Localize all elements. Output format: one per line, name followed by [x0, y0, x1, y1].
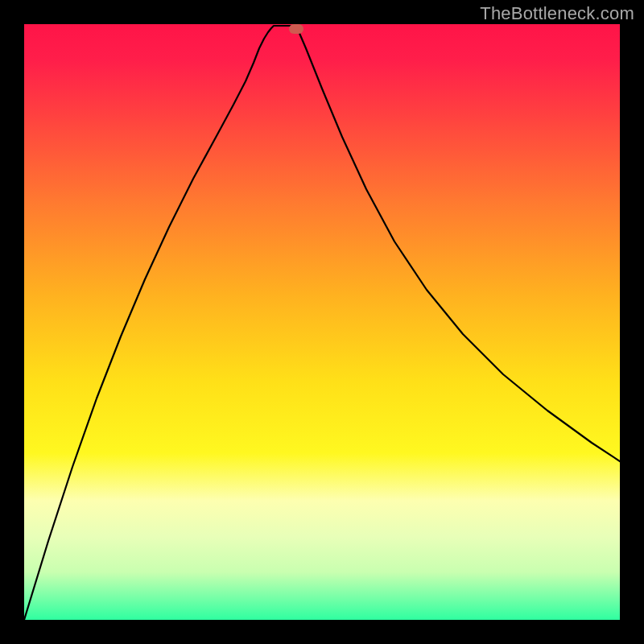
chart-frame: TheBottleneck.com	[0, 0, 644, 644]
optimal-marker	[289, 24, 303, 34]
bottleneck-curve	[24, 24, 620, 620]
plot-area	[24, 24, 620, 620]
watermark-text: TheBottleneck.com	[480, 3, 634, 24]
